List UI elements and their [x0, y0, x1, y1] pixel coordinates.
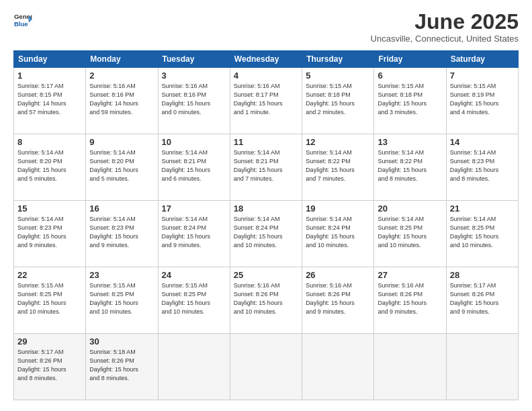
calendar-week-3: 15Sunrise: 5:14 AMSunset: 8:23 PMDayligh…: [14, 201, 519, 267]
day-info: Sunrise: 5:14 AMSunset: 8:23 PMDaylight:…: [17, 216, 66, 248]
table-row: [158, 334, 230, 400]
col-wednesday: Wednesday: [230, 51, 302, 68]
calendar-week-4: 22Sunrise: 5:15 AMSunset: 8:25 PMDayligh…: [14, 267, 519, 334]
day-number: 22: [17, 270, 82, 280]
day-number: 10: [162, 137, 226, 147]
table-row: 5Sunrise: 5:15 AMSunset: 8:18 PMDaylight…: [302, 68, 374, 134]
day-info: Sunrise: 5:17 AMSunset: 8:26 PMDaylight:…: [17, 349, 66, 381]
table-row: [446, 334, 518, 400]
day-number: 5: [306, 71, 370, 81]
table-row: 7Sunrise: 5:15 AMSunset: 8:19 PMDaylight…: [446, 68, 518, 134]
day-info: Sunrise: 5:15 AMSunset: 8:25 PMDaylight:…: [89, 282, 138, 315]
table-row: 21Sunrise: 5:14 AMSunset: 8:25 PMDayligh…: [446, 201, 518, 267]
day-number: 4: [234, 71, 298, 81]
day-number: 25: [234, 270, 298, 280]
day-info: Sunrise: 5:14 AMSunset: 8:25 PMDaylight:…: [450, 216, 499, 248]
day-info: Sunrise: 5:14 AMSunset: 8:24 PMDaylight:…: [162, 216, 211, 248]
table-row: 15Sunrise: 5:14 AMSunset: 8:23 PMDayligh…: [14, 201, 86, 267]
table-row: 26Sunrise: 5:16 AMSunset: 8:26 PMDayligh…: [302, 267, 374, 334]
table-row: 28Sunrise: 5:17 AMSunset: 8:26 PMDayligh…: [446, 267, 518, 334]
day-number: 13: [378, 137, 442, 147]
table-row: 13Sunrise: 5:14 AMSunset: 8:22 PMDayligh…: [374, 134, 446, 201]
day-number: 16: [89, 203, 154, 214]
day-info: Sunrise: 5:14 AMSunset: 8:24 PMDaylight:…: [234, 216, 283, 248]
day-info: Sunrise: 5:18 AMSunset: 8:26 PMDaylight:…: [89, 349, 138, 381]
day-number: 11: [234, 137, 298, 147]
col-thursday: Thursday: [302, 51, 374, 68]
table-row: 14Sunrise: 5:14 AMSunset: 8:23 PMDayligh…: [446, 134, 518, 201]
day-number: 24: [162, 270, 226, 280]
day-number: 21: [450, 203, 515, 214]
day-number: 15: [17, 203, 82, 214]
table-row: 27Sunrise: 5:16 AMSunset: 8:26 PMDayligh…: [374, 267, 446, 334]
table-row: 11Sunrise: 5:14 AMSunset: 8:21 PMDayligh…: [230, 134, 302, 201]
day-number: 2: [89, 71, 154, 81]
day-number: 26: [306, 270, 370, 280]
day-number: 3: [162, 71, 226, 81]
table-row: 19Sunrise: 5:14 AMSunset: 8:24 PMDayligh…: [302, 201, 374, 267]
day-info: Sunrise: 5:14 AMSunset: 8:21 PMDaylight:…: [162, 149, 211, 182]
day-number: 29: [17, 336, 82, 347]
table-row: [374, 334, 446, 400]
day-info: Sunrise: 5:15 AMSunset: 8:18 PMDaylight:…: [378, 83, 427, 116]
day-number: 17: [162, 203, 226, 214]
table-row: 9Sunrise: 5:14 AMSunset: 8:20 PMDaylight…: [86, 134, 158, 201]
day-number: 12: [306, 137, 370, 147]
calendar-week-1: 1Sunrise: 5:17 AMSunset: 8:15 PMDaylight…: [14, 68, 519, 134]
table-row: 30Sunrise: 5:18 AMSunset: 8:26 PMDayligh…: [86, 334, 158, 400]
location-title: Uncasville, Connecticut, United States: [371, 34, 519, 44]
svg-text:Blue: Blue: [14, 20, 28, 28]
day-number: 20: [378, 203, 442, 214]
day-info: Sunrise: 5:14 AMSunset: 8:20 PMDaylight:…: [89, 149, 138, 182]
day-info: Sunrise: 5:14 AMSunset: 8:20 PMDaylight:…: [17, 149, 66, 182]
day-number: 23: [89, 270, 154, 280]
table-row: 2Sunrise: 5:16 AMSunset: 8:16 PMDaylight…: [86, 68, 158, 134]
day-info: Sunrise: 5:14 AMSunset: 8:24 PMDaylight:…: [306, 216, 355, 248]
logo-icon: General Blue: [13, 11, 32, 30]
col-sunday: Sunday: [14, 51, 86, 68]
day-info: Sunrise: 5:15 AMSunset: 8:19 PMDaylight:…: [450, 83, 499, 116]
day-number: 1: [17, 71, 82, 81]
day-info: Sunrise: 5:14 AMSunset: 8:21 PMDaylight:…: [234, 149, 283, 182]
day-info: Sunrise: 5:15 AMSunset: 8:25 PMDaylight:…: [17, 282, 66, 315]
title-block: June 2025 Uncasville, Connecticut, Unite…: [371, 11, 519, 44]
table-row: [230, 334, 302, 400]
table-row: 3Sunrise: 5:16 AMSunset: 8:16 PMDaylight…: [158, 68, 230, 134]
col-tuesday: Tuesday: [158, 51, 230, 68]
table-row: 6Sunrise: 5:15 AMSunset: 8:18 PMDaylight…: [374, 68, 446, 134]
day-info: Sunrise: 5:14 AMSunset: 8:25 PMDaylight:…: [378, 216, 427, 248]
day-number: 27: [378, 270, 442, 280]
table-row: 16Sunrise: 5:14 AMSunset: 8:23 PMDayligh…: [86, 201, 158, 267]
calendar-week-2: 8Sunrise: 5:14 AMSunset: 8:20 PMDaylight…: [14, 134, 519, 201]
table-row: 8Sunrise: 5:14 AMSunset: 8:20 PMDaylight…: [14, 134, 86, 201]
table-row: 25Sunrise: 5:16 AMSunset: 8:26 PMDayligh…: [230, 267, 302, 334]
table-row: 20Sunrise: 5:14 AMSunset: 8:25 PMDayligh…: [374, 201, 446, 267]
day-info: Sunrise: 5:16 AMSunset: 8:26 PMDaylight:…: [306, 282, 355, 315]
table-row: 4Sunrise: 5:16 AMSunset: 8:17 PMDaylight…: [230, 68, 302, 134]
table-row: [302, 334, 374, 400]
table-row: 1Sunrise: 5:17 AMSunset: 8:15 PMDaylight…: [14, 68, 86, 134]
day-number: 6: [378, 71, 442, 81]
day-number: 9: [89, 137, 154, 147]
day-info: Sunrise: 5:14 AMSunset: 8:23 PMDaylight:…: [450, 149, 499, 182]
day-info: Sunrise: 5:16 AMSunset: 8:16 PMDaylight:…: [89, 83, 138, 116]
day-number: 30: [89, 336, 154, 347]
calendar-week-5: 29Sunrise: 5:17 AMSunset: 8:26 PMDayligh…: [14, 334, 519, 400]
day-info: Sunrise: 5:14 AMSunset: 8:23 PMDaylight:…: [89, 216, 138, 248]
calendar-header-row: Sunday Monday Tuesday Wednesday Thursday…: [14, 51, 519, 68]
col-monday: Monday: [86, 51, 158, 68]
table-row: 23Sunrise: 5:15 AMSunset: 8:25 PMDayligh…: [86, 267, 158, 334]
day-info: Sunrise: 5:16 AMSunset: 8:16 PMDaylight:…: [162, 83, 211, 116]
page: General Blue June 2025 Uncasville, Conne…: [0, 0, 532, 411]
day-number: 28: [450, 270, 515, 280]
day-info: Sunrise: 5:16 AMSunset: 8:26 PMDaylight:…: [234, 282, 283, 315]
day-info: Sunrise: 5:16 AMSunset: 8:17 PMDaylight:…: [234, 83, 283, 116]
day-info: Sunrise: 5:14 AMSunset: 8:22 PMDaylight:…: [378, 149, 427, 182]
day-info: Sunrise: 5:16 AMSunset: 8:26 PMDaylight:…: [378, 282, 427, 315]
table-row: 22Sunrise: 5:15 AMSunset: 8:25 PMDayligh…: [14, 267, 86, 334]
day-info: Sunrise: 5:17 AMSunset: 8:15 PMDaylight:…: [17, 83, 66, 116]
day-info: Sunrise: 5:15 AMSunset: 8:18 PMDaylight:…: [306, 83, 355, 116]
day-number: 7: [450, 71, 515, 81]
day-number: 18: [234, 203, 298, 214]
calendar-table: Sunday Monday Tuesday Wednesday Thursday…: [13, 50, 519, 400]
